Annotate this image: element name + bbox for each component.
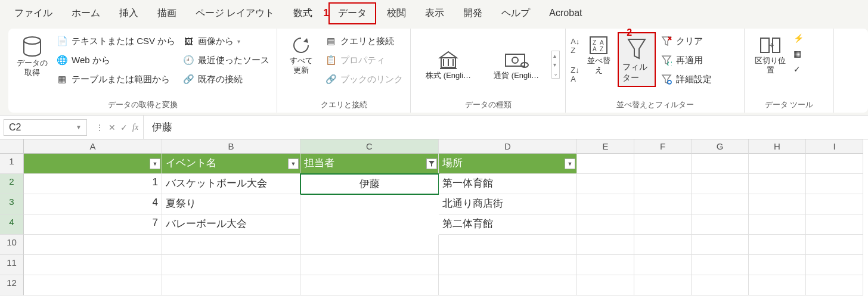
tab-formulas[interactable]: 数式 [285,4,321,23]
row-header[interactable]: 2 [0,174,24,194]
cell[interactable] [749,154,806,174]
cell[interactable]: 1 [24,174,162,194]
col-header-f[interactable]: F [634,139,692,154]
cell[interactable] [692,255,749,275]
filter-dropdown-icon[interactable]: ▼ [150,158,160,169]
name-box[interactable]: C2 ▼ [4,119,87,136]
cell[interactable] [692,214,749,235]
cell[interactable] [749,235,806,255]
cell[interactable] [749,214,806,235]
cell[interactable] [806,194,863,214]
cell[interactable] [806,255,863,275]
cell[interactable] [806,214,863,235]
currency-button[interactable]: 通貨 (Engli… [483,47,549,83]
col-header-e[interactable]: E [577,139,634,154]
recent-sources-button[interactable]: 🕘最近使ったソース [180,52,272,68]
tab-file[interactable]: ファイル [6,4,61,23]
cell[interactable] [300,275,439,295]
cell[interactable]: 第二体育館 [439,214,577,235]
cell[interactable] [634,235,692,255]
tab-review[interactable]: 校閲 [379,4,414,23]
cell[interactable] [300,235,439,255]
cell[interactable] [806,174,863,194]
reapply-button[interactable]: 再適用 [658,52,714,68]
cell[interactable] [634,174,692,194]
cell[interactable] [439,275,577,295]
tab-insert[interactable]: 挿入 [111,4,147,23]
queries-connections-button[interactable]: ▤クエリと接続 [323,33,405,49]
cell[interactable] [577,255,634,275]
col-header-d[interactable]: D [439,139,577,154]
filter-dropdown-icon[interactable]: ▼ [565,158,575,169]
cell[interactable] [300,255,439,275]
cell[interactable] [692,194,749,214]
cell[interactable] [634,255,692,275]
spreadsheet-grid[interactable]: A B C D E F G H I 1 ▼ イベント名▼ 担当者 場所▼ 2 1… [0,139,868,295]
cell-selected[interactable]: 伊藤 [300,174,439,194]
data-types-down-icon[interactable]: ▾ [553,61,558,68]
cell[interactable]: 担当者 [300,154,439,174]
cell[interactable] [749,255,806,275]
tab-data[interactable]: データ [328,2,376,24]
cell[interactable] [24,275,162,295]
cell[interactable]: 北通り商店街 [439,194,577,214]
sort-button[interactable]: ZAAZ 並べ替え [582,32,615,77]
tab-home[interactable]: ホーム [63,4,108,23]
sort-asc-icon[interactable]: A↓Z [571,37,579,55]
cell[interactable]: 4 [24,194,162,214]
cell[interactable]: 7 [24,214,162,235]
cell[interactable] [162,275,300,295]
remove-duplicates-icon[interactable]: ▦ [793,49,804,58]
cell[interactable] [806,235,863,255]
fx-icon[interactable]: fx [132,123,138,132]
cell[interactable] [806,275,863,295]
formula-input[interactable]: 伊藤 [144,118,868,136]
col-header-a[interactable]: A [24,139,162,154]
select-all-corner[interactable] [0,139,24,154]
stocks-button[interactable]: 株式 (Engli… [416,47,481,83]
tab-page-layout[interactable]: ページ レイアウト [187,4,283,23]
cell[interactable]: バスケットボール大会 [162,174,300,194]
row-header[interactable]: 12 [0,275,24,295]
col-header-g[interactable]: G [692,139,749,154]
cell[interactable] [692,275,749,295]
data-types-more-icon[interactable]: ⌄ [553,70,558,77]
cell[interactable] [692,154,749,174]
cancel-icon[interactable]: ✕ [108,123,116,132]
from-web-button[interactable]: 🌐Web から [54,52,178,68]
cell[interactable] [749,194,806,214]
cell[interactable] [577,235,634,255]
cell[interactable] [577,194,634,214]
cell[interactable] [634,214,692,235]
from-picture-button[interactable]: 🖼画像から▾ [180,33,272,49]
from-text-csv-button[interactable]: 📄テキストまたは CSV から [54,33,178,49]
clear-filter-button[interactable]: クリア [658,33,714,49]
cell[interactable]: 夏祭り [162,194,300,214]
tab-view[interactable]: 表示 [417,4,452,23]
text-to-columns-button[interactable]: 区切り位置 [749,32,791,77]
data-types-up-icon[interactable]: ▴ [553,52,558,59]
cell[interactable]: ▼ [24,154,162,174]
cell[interactable] [577,154,634,174]
row-header[interactable]: 11 [0,255,24,275]
cell[interactable] [439,235,577,255]
cell[interactable] [577,275,634,295]
cell[interactable] [634,275,692,295]
confirm-icon[interactable]: ✓ [120,123,128,132]
row-header[interactable]: 10 [0,235,24,255]
cell[interactable] [577,174,634,194]
col-header-h[interactable]: H [749,139,806,154]
from-table-button[interactable]: ▦テーブルまたは範囲から [54,71,178,87]
cell[interactable] [634,194,692,214]
cell[interactable] [749,174,806,194]
get-data-button[interactable]: データの 取得 [13,32,51,79]
name-box-dropdown-icon[interactable]: ▼ [76,124,82,130]
cell[interactable]: 第一体育館 [439,174,577,194]
cell[interactable]: 場所▼ [439,154,577,174]
cell[interactable] [806,154,863,174]
cell[interactable] [692,235,749,255]
tab-draw[interactable]: 描画 [149,4,185,23]
filter-dropdown-icon[interactable]: ▼ [288,158,299,169]
col-header-b[interactable]: B [162,139,300,154]
dropdown-icon[interactable]: ⋮ [95,123,104,132]
